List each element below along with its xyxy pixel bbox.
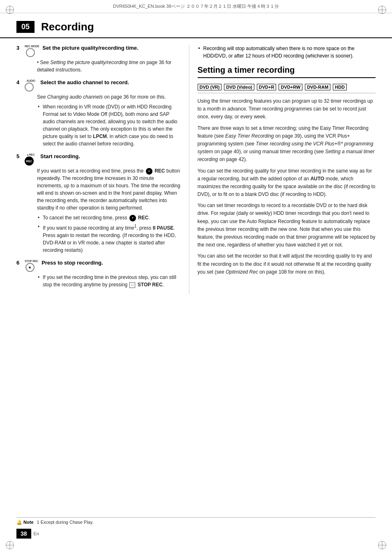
disc-formats: DVD (VR) DVD (Video) DVD+R DVD+RW DVD-RA…	[198, 81, 376, 93]
step-6: 6 STOP REC ■ Press to stop recording. If…	[16, 260, 181, 288]
header-text: DVR650HK_KC_EN.book 38ページ ２００７年２月２１日 水曜日…	[113, 3, 279, 9]
step-6-bullets: If you set the recording time in the pre…	[37, 274, 181, 288]
inline-stop-icon: □	[129, 282, 135, 288]
left-column: 3 REC MODE Set the picture quality/recor…	[16, 45, 189, 294]
inline-rec-icon-2: ●	[129, 215, 136, 221]
inline-rec-icon-1: ●	[146, 168, 152, 175]
step-6-icon-label: STOP REC	[25, 260, 38, 263]
section-title: Setting a timer recording	[198, 65, 376, 78]
main-content: 3 REC MODE Set the picture quality/recor…	[0, 45, 392, 294]
note-icon: 🔔 Note	[16, 520, 34, 525]
step-3-icon-label: REC MODE	[25, 45, 39, 48]
disc-format-dvd-vr: DVD (VR)	[198, 84, 222, 90]
step-4-intro: See Changing audio channels on page 36 f…	[37, 93, 181, 101]
step-3-icon	[26, 48, 35, 57]
page-container: DVR650HK_KC_EN.book 38ページ ２００７年２月２１日 水曜日…	[0, 0, 392, 555]
disc-format-hdd: HDD	[333, 84, 347, 90]
note-section: 🔔 Note 1 Except during Chase Play.	[16, 519, 376, 525]
step-5-icon: REC	[25, 157, 34, 166]
right-para-5: You can also set the recorder so that it…	[198, 252, 376, 276]
step-5-bullet-1: To cancel the set recording time, press …	[37, 214, 181, 221]
right-para-1: Using the timer recording features you c…	[198, 97, 376, 121]
right-para-4: You can set timer recordings to record t…	[198, 202, 376, 249]
step-4-bullets: When recording in VR mode (DVD) or with …	[37, 103, 181, 147]
step-3-title: Set the picture quality/recording time.	[42, 45, 138, 52]
right-column: Recording will stop automatically when t…	[189, 45, 376, 294]
step-4-bullet-1: When recording in VR mode (DVD) or with …	[37, 103, 181, 147]
step-4-icon-label: AUDIO	[26, 79, 35, 82]
crosshair-bl	[6, 541, 14, 549]
right-bullet-1: Recording will stop automatically when t…	[198, 45, 376, 60]
step-4-header: 4 AUDIO Select the audio channel to reco…	[16, 79, 181, 92]
step-4-icon	[25, 83, 34, 92]
step-5-icon-wrapper: ● REC REC	[25, 153, 37, 166]
footer: 🔔 Note 1 Except during Chase Play. 38 En	[0, 517, 392, 539]
right-para-3: You can set the recording quality for yo…	[198, 167, 376, 199]
step-5-icon-label: ● REC	[27, 153, 35, 156]
step-3-header: 3 REC MODE Set the picture quality/recor…	[16, 45, 181, 57]
step-3-number: 3	[16, 45, 22, 51]
step-6-body: If you set the recording time in the pre…	[37, 274, 181, 288]
step-6-icon: ■	[25, 263, 35, 272]
step-4-number: 4	[16, 79, 22, 85]
right-top-bullets: Recording will stop automatically when t…	[198, 45, 376, 60]
disc-format-dvd-r: DVD+R	[257, 84, 277, 90]
step-5-number: 5	[16, 153, 22, 159]
step-4: 4 AUDIO Select the audio channel to reco…	[16, 79, 181, 147]
step-5-intro: If you want to set a recording end time,…	[37, 167, 181, 212]
disc-format-dvd-ram: DVD-RAM	[305, 84, 330, 90]
disc-format-dvd-rw: DVD+RW	[279, 84, 302, 90]
footnote-text: 1 Except during Chase Play.	[37, 519, 94, 525]
step-6-icon-wrapper: STOP REC ■	[25, 260, 38, 272]
step-6-bullet-1: If you set the recording time in the pre…	[37, 274, 181, 288]
chapter-number: 05	[16, 21, 35, 33]
step-4-body: See Changing audio channels on page 36 f…	[37, 93, 181, 147]
step-6-header: 6 STOP REC ■ Press to stop recording.	[16, 260, 181, 272]
chapter-title: Recording	[41, 21, 94, 33]
chapter-title-bar: 05 Recording	[0, 13, 392, 38]
right-para-2: There are three ways to set a timer reco…	[198, 124, 376, 164]
footer-line	[16, 517, 376, 518]
right-body: Using the timer recording features you c…	[198, 97, 376, 276]
step-3-icon-wrapper: REC MODE	[25, 45, 39, 57]
step-5-title: Start recording.	[40, 153, 80, 160]
step-5: 5 ● REC REC Start recording. If you want…	[16, 153, 181, 254]
page-lang: En	[34, 531, 39, 536]
step-3-body: • See Setting the picture quality/record…	[37, 59, 181, 74]
step-6-title: Press to stop recording.	[42, 260, 103, 267]
step-4-icon-wrapper: AUDIO	[25, 79, 37, 92]
step-5-header: 5 ● REC REC Start recording.	[16, 153, 181, 166]
step-5-bullets: To cancel the set recording time, press …	[37, 214, 181, 254]
header-bar: DVR650HK_KC_EN.book 38ページ ２００７年２月２１日 水曜日…	[0, 0, 392, 13]
step-6-number: 6	[16, 260, 22, 266]
page-footer-row: 38 En	[16, 529, 376, 539]
disc-format-dvd-video: DVD (Video)	[224, 84, 254, 90]
step-3: 3 REC MODE Set the picture quality/recor…	[16, 45, 181, 74]
page-number: 38	[16, 529, 31, 539]
crosshair-br	[378, 541, 386, 549]
step-5-body: If you want to set a recording end time,…	[37, 167, 181, 254]
step-5-bullet-2: If you want to pause recording at any ti…	[37, 223, 181, 254]
step-4-title: Select the audio channel to record.	[40, 79, 129, 86]
step-3-body-text: • See Setting the picture quality/record…	[37, 59, 181, 74]
